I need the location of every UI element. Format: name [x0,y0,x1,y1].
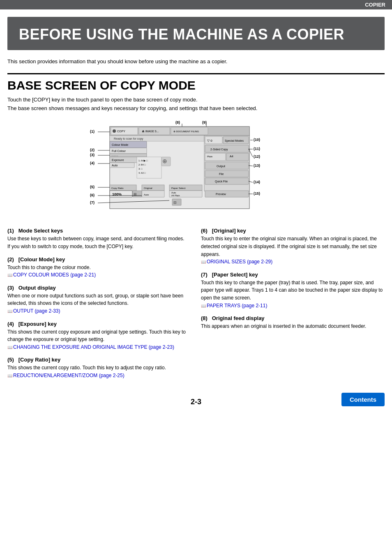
desc-body-6: Touch this key to enter the original siz… [201,235,385,265]
svg-text:(13): (13) [254,164,260,168]
svg-text:Colour Mode: Colour Mode [112,143,128,146]
svg-text:3:      □: 3: □ [138,168,143,170]
svg-text:Special Modes: Special Modes [225,139,244,143]
desc-label-5: (5) [Copy Ratio] key [7,357,191,363]
desc-body-7: Touch this key to change the paper (tray… [201,279,385,309]
diagram-svg: COPY 🖷 IMAGE S... ⊕ DOCUMENT FILING Read… [81,118,311,221]
svg-text:Ready to scan for copy: Ready to scan for copy [114,137,143,140]
svg-text:(2): (2) [90,148,95,152]
desc-item-4: (4) [Exposure] key This shows the curren… [7,321,191,351]
svg-text:Full Colour: Full Colour [112,150,126,152]
svg-text:Auto: Auto [171,191,176,194]
svg-text:2-Sided Copy: 2-Sided Copy [210,148,228,151]
svg-text:(9): (9) [202,120,207,124]
svg-text:▽  0: ▽ 0 [207,139,212,143]
svg-text:(5): (5) [90,185,95,189]
intro-text: This section provides information that y… [7,58,385,66]
svg-text:::::::::::::: :::::::::::: [111,154,118,157]
svg-text:Preview: Preview [216,193,226,196]
page-number: 2-3 [133,398,259,406]
desc-item-1: (1) Mode Select keys Use these keys to s… [7,228,191,250]
svg-text:Copy Ratio: Copy Ratio [111,187,124,189]
svg-text:(15): (15) [254,191,260,196]
desc-item-8: (8) Original feed display This appears w… [201,315,385,330]
description-col-right: (6) [Original] key Touch this key to ent… [201,228,385,385]
svg-text:1: A4▶  □: 1: A4▶ □ [138,159,148,162]
svg-text:A4: A4 [230,155,233,158]
svg-rect-45 [205,162,249,169]
svg-text:⊞: ⊞ [134,192,137,196]
link-colour-modes[interactable]: COPY COLOUR MODES (page 2-21) [13,272,96,278]
svg-text:⊕ DOCUMENT FILING: ⊕ DOCUMENT FILING [173,130,199,133]
section-desc-line2: The base screen shows messages and keys … [7,104,385,113]
link-original-sizes[interactable]: ORIGINAL SIZES (page 2-29) [207,259,272,265]
svg-text:File: File [219,173,224,175]
page-footer: 2-3 Contents [7,393,385,410]
description-col-left: (1) Mode Select keys Use these keys to s… [7,228,201,385]
desc-label-2: (2) [Colour Mode] key [7,256,191,263]
desc-label-4: (4) [Exposure] key [7,321,191,327]
diagram-container: COPY 🖷 IMAGE S... ⊕ DOCUMENT FILING Read… [81,118,311,221]
section-description: Touch the [COPY] key in the touch panel … [7,96,385,113]
svg-text:(14): (14) [254,180,260,184]
link-zoom[interactable]: REDUCTION/ENLARGEMENT/ZOOM (page 2-25) [13,373,125,378]
desc-label-3: (3) Output display [7,285,191,291]
svg-text:(6): (6) [90,193,95,197]
link-paper-trays[interactable]: PAPER TRAYS (page 2-11) [207,303,267,309]
title-section: BEFORE USING THE MACHINE AS A COPIER [7,17,385,50]
main-title: BEFORE USING THE MACHINE AS A COPIER [19,26,373,43]
svg-text:Paper Select: Paper Select [171,187,186,189]
svg-text:Auto: Auto [144,193,149,196]
desc-body-4: This shows the current copy exposure and… [7,328,191,351]
desc-item-2: (2) [Colour Mode] key Touch this to chan… [7,256,191,279]
desc-body-1: Use these keys to switch between copy, i… [7,235,191,250]
desc-item-7: (7) [Paper Select] key Touch this key to… [201,272,385,309]
desc-label-8: (8) Original feed display [201,315,385,321]
intro-paragraph: This section provides information that y… [7,58,385,66]
desc-item-5: (5) [Copy Ratio] key This shows the curr… [7,357,191,379]
header-bar: COPIER [0,0,392,9]
desc-body-2: Touch this to change the colour mode. 📖C… [7,264,191,279]
svg-rect-51 [205,191,249,197]
desc-item-3: (3) Output display When one or more outp… [7,285,191,315]
desc-body-8: This appears when an original is inserte… [201,322,385,330]
description-columns: (1) Mode Select keys Use these keys to s… [7,228,385,385]
section-desc-line1: Touch the [COPY] key in the touch panel … [7,96,385,104]
svg-text:4: A3  □: 4: A3 □ [138,172,146,174]
svg-text:(10): (10) [254,138,260,142]
svg-text:2: B4  □: 2: B4 □ [138,164,146,166]
desc-item-6: (6) [Original] key Touch this key to ent… [201,228,385,265]
svg-text:(4): (4) [90,161,95,165]
svg-text:100%: 100% [112,192,122,196]
svg-text:Plain: Plain [207,155,212,158]
svg-text:⊟: ⊟ [173,200,177,205]
svg-text:(8): (8) [175,120,180,124]
svg-text:COPY: COPY [117,130,125,133]
svg-text:Auto: Auto [112,164,118,167]
desc-label-6: (6) [Original] key [201,228,385,234]
link-exposure[interactable]: CHANGING THE EXPOSURE AND ORIGINAL IMAGE… [13,344,174,350]
svg-text:(1): (1) [90,129,95,134]
header-title: COPIER [365,2,385,8]
svg-text:Output: Output [217,165,225,168]
desc-body-3: When one or more output functions such a… [7,292,191,315]
desc-label-1: (1) Mode Select keys [7,228,191,234]
svg-text:(3): (3) [90,153,95,157]
contents-button[interactable]: Contents [341,393,385,406]
svg-text:(12): (12) [254,154,260,159]
section-title: BASE SCREEN OF COPY MODE [7,78,385,92]
svg-text:Quick File: Quick File [215,180,228,183]
svg-text:A4    Plain: A4 Plain [171,194,180,197]
svg-text:(7): (7) [90,200,95,205]
svg-text:🖷 IMAGE S...: 🖷 IMAGE S... [142,130,159,133]
base-screen-section: BASE SCREEN OF COPY MODE Touch the [COPY… [7,74,385,221]
desc-body-5: This shows the current copy ratio. Touch… [7,364,191,379]
desc-label-7: (7) [Paper Select] key [201,272,385,278]
svg-rect-47 [205,170,249,177]
svg-point-3 [113,129,116,133]
svg-text:⊕: ⊕ [162,158,167,164]
svg-text:Original: Original [144,187,152,189]
svg-text:(11): (11) [254,147,260,151]
svg-text:Exposure: Exposure [112,159,124,162]
link-output[interactable]: OUTPUT (page 2-33) [13,308,60,314]
